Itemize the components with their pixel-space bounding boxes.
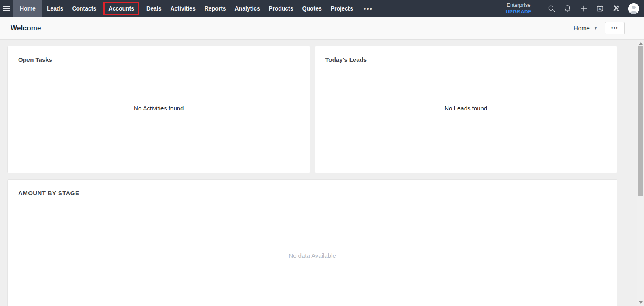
tab-analytics[interactable]: Analytics [230, 0, 264, 17]
vertical-scrollbar[interactable] [637, 40, 644, 306]
dashboard-selector[interactable]: Home ▾ [574, 25, 597, 32]
dashboard-more-button[interactable]: ••• [605, 22, 625, 34]
hamburger-menu-icon[interactable] [0, 0, 13, 17]
notifications-bell-icon[interactable] [560, 0, 576, 17]
empty-state: No Leads found [315, 63, 617, 173]
search-icon[interactable] [543, 0, 560, 17]
empty-state: No data Available [8, 196, 617, 306]
scroll-down-arrow-icon[interactable] [639, 301, 643, 304]
tab-home[interactable]: Home [13, 0, 42, 17]
tab-products[interactable]: Products [264, 0, 298, 17]
page-header-bar: Welcome Home ▾ ••• [0, 17, 644, 40]
tab-projects[interactable]: Projects [326, 0, 357, 17]
plan-name-label: Enterprise [506, 2, 532, 9]
widget-title-amount-by-stage: AMOUNT BY STAGE [18, 190, 606, 196]
svg-text:31: 31 [599, 7, 602, 10]
more-tabs-icon[interactable]: ••• [360, 5, 377, 12]
widget-title-open-tasks: Open Tasks [18, 56, 300, 63]
tab-activities[interactable]: Activities [166, 0, 200, 17]
empty-state-text: No data Available [289, 252, 336, 259]
widget-title-todays-leads: Today's Leads [325, 56, 607, 63]
tab-deals[interactable]: Deals [142, 0, 166, 17]
plan-block: Enterprise UPGRADE [506, 2, 532, 15]
topnav-actions: Enterprise UPGRADE [506, 0, 644, 17]
tab-quotes[interactable]: Quotes [298, 0, 326, 17]
chevron-down-icon: ▾ [595, 26, 597, 30]
widgets-row: Open Tasks No Activities found Today's L… [7, 46, 617, 173]
todays-leads-widget: Today's Leads No Leads found [315, 46, 618, 173]
empty-state: No Activities found [8, 63, 310, 173]
tab-leads[interactable]: Leads [42, 0, 68, 17]
divider [540, 3, 540, 14]
top-navigation-bar: Home Leads Contacts Accounts Deals Activ… [0, 0, 644, 17]
calendar-icon[interactable]: 31 [592, 0, 608, 17]
amount-by-stage-widget: AMOUNT BY STAGE No data Available [7, 179, 617, 306]
tab-contacts[interactable]: Contacts [68, 0, 101, 17]
scroll-up-arrow-icon[interactable] [639, 42, 643, 45]
dashboard-content: Open Tasks No Activities found Today's L… [0, 40, 644, 306]
tab-accounts[interactable]: Accounts [103, 2, 139, 15]
dashboard-selector-label: Home [574, 25, 590, 32]
empty-state-text: No Activities found [134, 105, 184, 112]
upgrade-link[interactable]: UPGRADE [506, 9, 532, 15]
header-actions: Home ▾ ••• [574, 22, 625, 34]
user-avatar[interactable] [628, 3, 639, 14]
open-tasks-widget: Open Tasks No Activities found [7, 46, 310, 173]
page-title: Welcome [11, 24, 41, 32]
setup-tools-icon[interactable] [608, 0, 624, 17]
quick-add-plus-icon[interactable] [576, 0, 592, 17]
empty-state-text: No Leads found [444, 105, 487, 112]
module-tabs: Home Leads Contacts Accounts Deals Activ… [13, 0, 377, 17]
tab-reports[interactable]: Reports [200, 0, 230, 17]
scrollbar-thumb[interactable] [638, 46, 643, 196]
